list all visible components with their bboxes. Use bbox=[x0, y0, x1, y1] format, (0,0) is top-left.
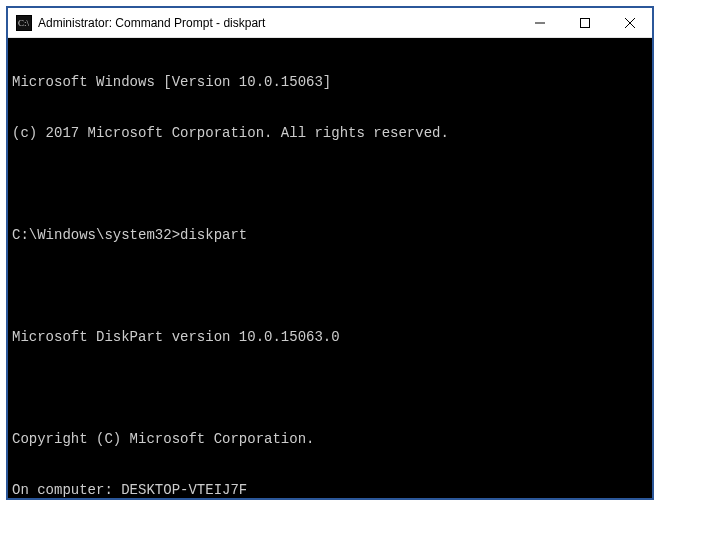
output-line: On computer: DESKTOP-VTEIJ7F bbox=[12, 482, 648, 498]
window-title: Administrator: Command Prompt - diskpart bbox=[38, 16, 517, 30]
svg-rect-4 bbox=[580, 18, 589, 27]
minimize-button[interactable] bbox=[517, 8, 562, 37]
svg-text:C:\: C:\ bbox=[18, 18, 30, 28]
cmd-icon: C:\ bbox=[16, 15, 32, 31]
output-line: Copyright (C) Microsoft Corporation. bbox=[12, 431, 648, 448]
titlebar[interactable]: C:\ Administrator: Command Prompt - disk… bbox=[8, 8, 652, 38]
command-prompt-window: C:\ Administrator: Command Prompt - disk… bbox=[6, 6, 654, 500]
output-line: (c) 2017 Microsoft Corporation. All righ… bbox=[12, 125, 648, 142]
terminal-output[interactable]: Microsoft Windows [Version 10.0.15063] (… bbox=[8, 38, 652, 498]
output-line: Microsoft Windows [Version 10.0.15063] bbox=[12, 74, 648, 91]
window-controls bbox=[517, 8, 652, 37]
output-line: Microsoft DiskPart version 10.0.15063.0 bbox=[12, 329, 648, 346]
output-line: C:\Windows\system32>diskpart bbox=[12, 227, 648, 244]
close-button[interactable] bbox=[607, 8, 652, 37]
maximize-button[interactable] bbox=[562, 8, 607, 37]
